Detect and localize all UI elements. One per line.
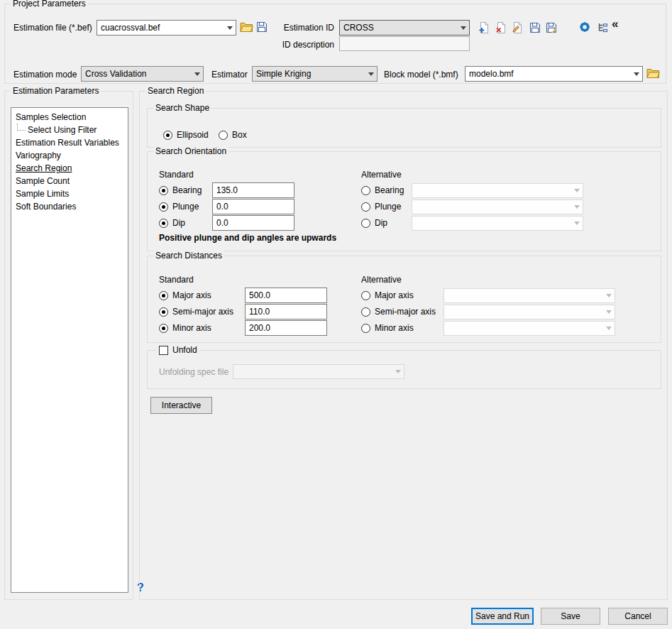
cancel-button[interactable]: Cancel	[608, 608, 668, 625]
plunge-standard-input[interactable]	[212, 199, 294, 214]
major-axis-alternative-radio[interactable]: Major axis	[361, 288, 414, 303]
list-item-select-using-filter[interactable]: Select Using Filter	[11, 124, 128, 136]
list-item-estimation-result-variables[interactable]: Estimation Result Variables	[11, 136, 128, 149]
radio-circle-icon	[361, 219, 370, 228]
search-region-group: Search Region Search Shape Ellipsoid Box…	[139, 91, 668, 600]
minor-axis-standard-input[interactable]	[245, 320, 327, 336]
id-description-input[interactable]	[339, 36, 470, 51]
search-orientation-group: Search Orientation Standard Bearing Plun…	[147, 151, 661, 251]
dropdown-arrow-icon	[602, 289, 615, 302]
open-block-model-folder-icon[interactable]	[646, 67, 660, 79]
major-axis-standard-radio[interactable]: Major axis	[159, 288, 211, 303]
plunge-alternative-combo[interactable]	[412, 199, 583, 214]
semi-major-axis-standard-radio[interactable]: Semi-major axis	[159, 304, 233, 319]
minor-axis-alternative-radio[interactable]: Minor axis	[361, 320, 414, 336]
search-shape-title: Search Shape	[153, 103, 211, 113]
estimation-parameters-title: Estimation Parameters	[11, 86, 101, 96]
box-radio[interactable]: Box	[219, 127, 247, 143]
radio-circle-icon	[159, 186, 168, 195]
project-parameters-group: Project Parameters Estimation file (*.be…	[4, 4, 666, 84]
estimation-mode-label: Estimation mode	[13, 70, 77, 80]
dip-alternative-radio[interactable]: Dip	[361, 215, 387, 231]
settings-gear-icon[interactable]	[578, 21, 591, 33]
dropdown-arrow-icon	[191, 67, 203, 81]
estimator-label: Estimator	[211, 70, 248, 80]
estimation-file-combo[interactable]: cuacrossval.bef	[97, 20, 236, 35]
list-item-soft-boundaries[interactable]: Soft Boundaries	[11, 200, 128, 213]
save-button[interactable]: Save	[541, 608, 600, 625]
radio-circle-icon	[163, 131, 172, 140]
unfold-group: Unfold Unfolding spec file	[147, 350, 661, 389]
estimation-parameters-list[interactable]: Samples Selection Select Using Filter Es…	[11, 107, 128, 593]
radio-circle-icon	[361, 291, 370, 300]
dip-standard-radio[interactable]: Dip	[159, 215, 185, 231]
dropdown-arrow-icon	[571, 217, 583, 230]
dropdown-arrow-icon	[392, 365, 404, 378]
alternative-heading: Alternative	[361, 275, 402, 285]
search-shape-group: Search Shape Ellipsoid Box	[147, 108, 661, 148]
list-item-sample-count[interactable]: Sample Count	[11, 175, 128, 187]
dropdown-arrow-icon	[571, 200, 583, 214]
radio-circle-icon	[159, 202, 168, 212]
open-estimation-file-folder-icon[interactable]	[240, 21, 253, 33]
list-item-samples-selection[interactable]: Samples Selection	[11, 111, 128, 124]
radio-circle-icon	[361, 202, 370, 212]
project-parameters-dialog: { "colors": { "accent": "#0078d7", "help…	[0, 0, 672, 629]
tree-view-icon[interactable]	[597, 22, 608, 33]
radio-circle-icon	[159, 307, 168, 317]
minor-axis-standard-radio[interactable]: Minor axis	[159, 320, 211, 336]
collapse-panel-icon[interactable]: «	[612, 18, 618, 30]
save-id-as-icon[interactable]	[546, 22, 557, 33]
bearing-alternative-radio[interactable]: Bearing	[361, 182, 404, 198]
unfold-checkbox[interactable]: Unfold	[156, 343, 200, 357]
save-id-icon[interactable]	[529, 22, 541, 33]
save-and-run-button[interactable]: Save and Run	[471, 608, 534, 625]
search-distances-title: Search Distances	[153, 251, 224, 261]
tree-branch-icon	[17, 124, 26, 131]
list-item-search-region[interactable]: Search Region	[11, 162, 128, 175]
block-model-combo[interactable]: modelo.bmf	[465, 66, 643, 82]
bearing-alternative-combo[interactable]	[412, 183, 583, 198]
plunge-standard-radio[interactable]: Plunge	[159, 199, 199, 214]
minor-axis-alternative-combo[interactable]	[444, 321, 615, 336]
search-orientation-title: Search Orientation	[153, 146, 228, 156]
radio-circle-icon	[159, 219, 168, 228]
major-axis-standard-input[interactable]	[245, 288, 327, 303]
radio-circle-icon	[159, 324, 168, 333]
block-model-label: Block model (*.bmf)	[384, 70, 458, 80]
orientation-note: Positive plunge and dip angles are upwar…	[159, 233, 336, 243]
radio-circle-icon	[361, 324, 370, 333]
list-item-variography[interactable]: Variography	[11, 149, 128, 162]
new-id-icon[interactable]	[478, 22, 490, 33]
radio-circle-icon	[361, 307, 370, 317]
plunge-alternative-radio[interactable]: Plunge	[361, 199, 401, 214]
bearing-standard-radio[interactable]: Bearing	[159, 182, 202, 198]
semi-major-axis-alternative-combo[interactable]	[444, 305, 615, 319]
interactive-button[interactable]: Interactive	[150, 397, 212, 414]
major-axis-alternative-combo[interactable]	[444, 288, 615, 303]
dip-standard-input[interactable]	[212, 215, 294, 231]
rename-id-icon[interactable]	[512, 22, 523, 33]
estimation-id-combo[interactable]: CROSS	[339, 20, 470, 35]
standard-heading: Standard	[159, 275, 194, 285]
unfolding-spec-file-combo[interactable]	[233, 364, 404, 379]
unfolding-spec-file-label: Unfolding spec file	[159, 367, 228, 377]
radio-circle-icon	[159, 291, 168, 300]
semi-major-axis-alternative-radio[interactable]: Semi-major axis	[361, 304, 436, 319]
delete-id-icon[interactable]	[495, 22, 507, 33]
estimator-combo[interactable]: Simple Kriging	[252, 66, 378, 82]
alternative-heading: Alternative	[361, 170, 402, 180]
dropdown-arrow-icon	[602, 322, 615, 335]
bearing-standard-input[interactable]	[212, 182, 294, 198]
dropdown-arrow-icon	[630, 67, 642, 81]
dropdown-arrow-icon	[365, 67, 377, 81]
estimation-file-label: Estimation file (*.bef)	[13, 23, 92, 33]
dropdown-arrow-icon	[224, 21, 236, 35]
dip-alternative-combo[interactable]	[412, 216, 583, 231]
radio-circle-icon	[219, 131, 228, 140]
semi-major-axis-standard-input[interactable]	[245, 304, 327, 319]
estimation-mode-combo[interactable]: Cross Validation	[81, 66, 204, 82]
ellipsoid-radio[interactable]: Ellipsoid	[163, 127, 209, 143]
standard-heading: Standard	[159, 170, 194, 180]
list-item-sample-limits[interactable]: Sample Limits	[11, 187, 128, 200]
